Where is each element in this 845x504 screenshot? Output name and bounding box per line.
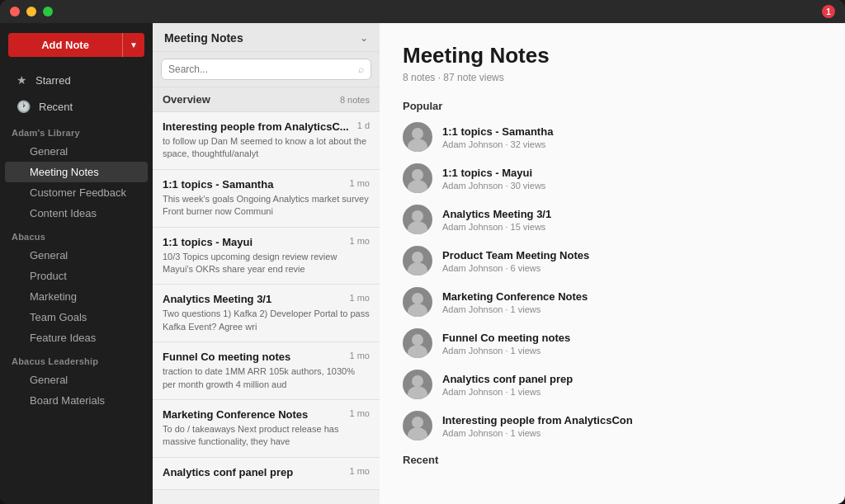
- notes-list-panel: Meeting Notes ⌄ ⌕ Overview 8 notes Inter…: [153, 23, 380, 504]
- adam-library-header: Adam's Library: [0, 120, 153, 141]
- note-preview: Two questions 1) Kafka 2) Developer Port…: [163, 308, 370, 333]
- popular-note-item[interactable]: Analytics conf panel prep Adam Johnson ·…: [403, 370, 822, 399]
- starred-label: Starred: [35, 74, 71, 87]
- popular-note-meta: Adam Johnson · 1 views: [442, 428, 822, 438]
- notes-scroll: Interesting people from AnalyticsC... 1 …: [153, 112, 380, 504]
- popular-note-meta: Adam Johnson · 1 views: [442, 387, 822, 397]
- add-note-section: Add Note ▼: [0, 23, 153, 67]
- sidebar: Add Note ▼ ★ Starred 🕐 Recent Adam's Lib…: [0, 23, 153, 504]
- sidebar-item-product[interactable]: Product: [5, 266, 148, 286]
- page-meta: 8 notes · 87 note views: [403, 72, 822, 83]
- note-title: 1:1 topics - Mayui: [163, 236, 343, 248]
- search-bar: ⌕: [153, 52, 380, 87]
- avatar: [403, 246, 432, 276]
- add-note-dropdown-button[interactable]: ▼: [122, 33, 144, 57]
- sidebar-item-meeting-notes[interactable]: Meeting Notes: [5, 162, 148, 182]
- search-icon: ⌕: [358, 64, 364, 75]
- notification-badge[interactable]: 1: [822, 5, 835, 18]
- popular-note-item[interactable]: Marketing Conference Notes Adam Johnson …: [403, 287, 822, 317]
- note-date: 1 d: [357, 120, 370, 130]
- notes-list-title: Meeting Notes: [164, 31, 243, 45]
- popular-note-title: Interesting people from AnalyticsCon: [442, 414, 822, 426]
- note-title: 1:1 topics - Samantha: [163, 178, 343, 191]
- note-list-item[interactable]: Analytics Meeting 3/1 1 mo Two questions…: [153, 285, 380, 342]
- sidebar-item-abacus-general[interactable]: General: [5, 245, 148, 266]
- chevron-down-icon[interactable]: ⌄: [360, 32, 368, 44]
- sidebar-item-team-goals[interactable]: Team Goals: [5, 307, 148, 327]
- title-bar: 1: [0, 0, 845, 23]
- star-icon: ★: [17, 73, 27, 87]
- note-list-item[interactable]: 1:1 topics - Samantha 1 mo This week's g…: [153, 170, 380, 228]
- popular-note-title: 1:1 topics - Samantha: [442, 125, 822, 138]
- avatar: [403, 287, 432, 317]
- note-date: 1 mo: [350, 236, 370, 246]
- sidebar-item-leadership-general[interactable]: General: [5, 370, 148, 390]
- note-date: 1 mo: [350, 466, 370, 476]
- popular-note-meta: Adam Johnson · 15 views: [442, 222, 822, 232]
- sidebar-item-recent[interactable]: 🕐 Recent: [5, 94, 148, 119]
- avatar: [403, 370, 432, 399]
- note-preview: To do / takeaways Next product release h…: [163, 423, 370, 449]
- sidebar-item-board-materials[interactable]: Board Materials: [5, 390, 148, 411]
- avatar: [403, 328, 432, 358]
- note-title: Analytics Meeting 3/1: [163, 293, 343, 305]
- sidebar-item-starred[interactable]: ★ Starred: [5, 68, 148, 92]
- popular-note-item[interactable]: 1:1 topics - Samantha Adam Johnson · 32 …: [403, 122, 822, 152]
- search-row: ⌕: [161, 59, 371, 80]
- note-title: Funnel Co meeting notes: [163, 351, 343, 363]
- note-preview: 10/3 Topics upcoming design review revie…: [163, 251, 370, 276]
- popular-section-title: Popular: [403, 100, 822, 112]
- note-title: Interesting people from AnalyticsC...: [163, 120, 351, 133]
- popular-note-meta: Adam Johnson · 6 views: [442, 263, 822, 273]
- overview-label: Overview: [163, 93, 210, 106]
- popular-note-meta: Adam Johnson · 1 views: [442, 346, 822, 356]
- popular-note-item[interactable]: 1:1 topics - Mayui Adam Johnson · 30 vie…: [403, 163, 822, 193]
- overview-bar: Overview 8 notes: [153, 87, 380, 112]
- note-date: 1 mo: [350, 408, 370, 418]
- search-input[interactable]: [168, 64, 358, 75]
- recent-label: Recent: [39, 101, 73, 113]
- note-list-item[interactable]: 1:1 topics - Mayui 1 mo 10/3 Topics upco…: [153, 228, 380, 285]
- popular-note-meta: Adam Johnson · 1 views: [442, 304, 822, 314]
- note-title: Marketing Conference Notes: [163, 408, 343, 421]
- note-list-item[interactable]: Funnel Co meeting notes 1 mo traction to…: [153, 342, 380, 400]
- add-note-button[interactable]: Add Note: [8, 33, 122, 57]
- sidebar-item-feature-ideas[interactable]: Feature Ideas: [5, 327, 148, 348]
- popular-note-meta: Adam Johnson · 32 views: [442, 139, 822, 149]
- sidebar-item-general-adam[interactable]: General: [5, 141, 148, 162]
- recent-section-title: Recent: [403, 454, 822, 466]
- note-date: 1 mo: [350, 178, 370, 188]
- popular-note-item[interactable]: Interesting people from AnalyticsCon Ada…: [403, 411, 822, 440]
- avatar: [403, 205, 432, 234]
- minimize-button[interactable]: [26, 7, 36, 16]
- abacus-header: Abacus: [0, 224, 153, 245]
- sidebar-item-content-ideas[interactable]: Content Ideas: [5, 203, 148, 224]
- popular-note-item[interactable]: Product Team Meeting Notes Adam Johnson …: [403, 246, 822, 276]
- maximize-button[interactable]: [43, 7, 53, 16]
- main-content: Meeting Notes 8 notes · 87 note views Po…: [380, 23, 845, 504]
- overview-count: 8 notes: [340, 95, 370, 105]
- note-preview: traction to date 1MM ARR 105k authors, 1…: [163, 365, 370, 391]
- avatar: [403, 163, 432, 193]
- note-list-item[interactable]: Interesting people from AnalyticsC... 1 …: [153, 112, 380, 170]
- close-button[interactable]: [10, 7, 20, 16]
- note-title: Analytics conf panel prep: [163, 466, 343, 478]
- clock-icon: 🕐: [17, 100, 31, 113]
- avatar: [403, 122, 432, 152]
- sidebar-item-marketing[interactable]: Marketing: [5, 286, 148, 307]
- note-preview: This week's goals Ongoing Analytics mark…: [163, 193, 370, 219]
- sidebar-item-customer-feedback[interactable]: Customer Feedback: [5, 182, 148, 203]
- popular-note-title: Funnel Co meeting notes: [442, 332, 822, 344]
- notes-list-header: Meeting Notes ⌄: [153, 23, 380, 52]
- page-title: Meeting Notes: [403, 43, 822, 68]
- abacus-leadership-header: Abacus Leadership: [0, 348, 153, 370]
- popular-note-item[interactable]: Analytics Meeting 3/1 Adam Johnson · 15 …: [403, 205, 822, 234]
- note-list-item[interactable]: Marketing Conference Notes 1 mo To do / …: [153, 400, 380, 458]
- note-list-item[interactable]: Analytics conf panel prep 1 mo: [153, 458, 380, 490]
- popular-note-meta: Adam Johnson · 30 views: [442, 181, 822, 191]
- popular-note-title: Analytics conf panel prep: [442, 373, 822, 385]
- popular-list: 1:1 topics - Samantha Adam Johnson · 32 …: [403, 122, 822, 440]
- note-date: 1 mo: [350, 293, 370, 303]
- popular-note-title: Product Team Meeting Notes: [442, 249, 822, 261]
- popular-note-item[interactable]: Funnel Co meeting notes Adam Johnson · 1…: [403, 328, 822, 358]
